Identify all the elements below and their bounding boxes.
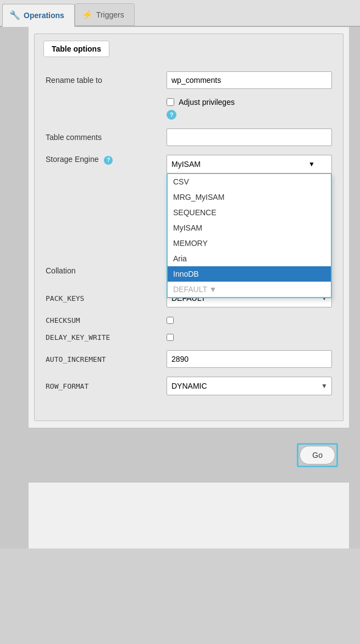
dropdown-item-memory[interactable]: MEMORY [168,236,331,251]
left-sidebar [0,27,29,548]
storage-engine-selected[interactable]: MyISAM ▼ [167,155,332,173]
dropdown-item-blackhole[interactable]: DEFAULT ▼ [168,282,331,297]
panel-footer: Go [29,428,349,483]
auto-increment-row: AUTO_INCREMENT [46,350,332,368]
pack-keys-label: PACK_KEYS [46,294,167,303]
form-section: Rename table to Adjust privileges ? Tabl… [35,57,343,410]
tab-triggers[interactable]: ⚡ Triggers [75,3,135,26]
adjust-privileges-help-icon[interactable]: ? [167,110,176,120]
table-options-panel: Table options Rename table to Adjust pri… [34,33,344,421]
delay-key-write-checkbox[interactable] [167,334,174,341]
tab-triggers-label: Triggers [96,10,124,19]
row-format-select-wrapper: DYNAMIC DEFAULT FIXED COMPACT REDUNDANT … [167,377,332,395]
checksum-checkbox[interactable] [167,317,174,324]
go-button[interactable]: Go [300,446,335,464]
main-content: Table options Rename table to Adjust pri… [0,27,360,548]
row-format-row: ROW_FORMAT DYNAMIC DEFAULT FIXED COMPACT… [46,377,332,395]
adjust-privileges-checkbox[interactable] [167,98,174,106]
dropdown-item-sequence[interactable]: SEQUENCE [168,205,331,220]
panel-header: Table options [43,41,109,57]
triggers-icon: ⚡ [82,9,93,20]
table-comments-row: Table comments [46,128,332,146]
table-comments-label: Table comments [46,133,167,142]
tab-operations[interactable]: 🔧 Operations [2,4,75,27]
adjust-privileges-label: Adjust privileges [179,98,235,107]
dropdown-item-innodb[interactable]: InnoDB [168,266,331,282]
dropdown-item-mrg[interactable]: MRG_MyISAM [168,189,331,205]
dropdown-item-aria[interactable]: Aria [168,251,331,266]
rename-table-row: Rename table to [46,71,332,89]
row-format-label: ROW_FORMAT [46,382,167,390]
rename-table-input[interactable] [167,71,332,89]
collation-label: Collation [46,266,167,275]
auto-increment-input[interactable] [167,350,332,368]
storage-engine-dropdown[interactable]: MyISAM ▼ CSV MRG_MyISAM SEQUENCE MyISAM … [167,155,332,173]
storage-engine-dropdown-list: CSV MRG_MyISAM SEQUENCE MyISAM MEMORY Ar… [167,173,332,298]
tab-bar: 🔧 Operations ⚡ Triggers [0,0,360,27]
rename-table-label: Rename table to [46,76,167,85]
right-sidebar [349,27,360,548]
table-comments-input[interactable] [167,128,332,146]
row-format-select[interactable]: DYNAMIC DEFAULT FIXED COMPACT REDUNDANT … [167,377,332,395]
storage-engine-row: Storage Engine ? MyISAM ▼ CSV MRG_MyISAM… [46,155,332,173]
delay-key-write-row: DELAY_KEY_WRITE [46,333,332,341]
storage-engine-label: Storage Engine ? [46,155,167,165]
content-area: Table options Rename table to Adjust pri… [29,27,349,548]
checksum-label: CHECKSUM [46,316,167,324]
dropdown-item-csv[interactable]: CSV [168,174,331,189]
go-button-wrapper: Go [297,443,338,467]
dropdown-item-myisam[interactable]: MyISAM [168,220,331,236]
tab-operations-label: Operations [24,11,64,20]
storage-engine-arrow-icon: ▼ [308,160,315,168]
checksum-row: CHECKSUM [46,316,332,324]
operations-icon: 🔧 [9,10,20,20]
auto-increment-label: AUTO_INCREMENT [46,355,167,363]
adjust-privileges-row: Adjust privileges [167,98,332,107]
delay-key-write-label: DELAY_KEY_WRITE [46,333,167,341]
storage-engine-help-icon[interactable]: ? [104,156,113,165]
